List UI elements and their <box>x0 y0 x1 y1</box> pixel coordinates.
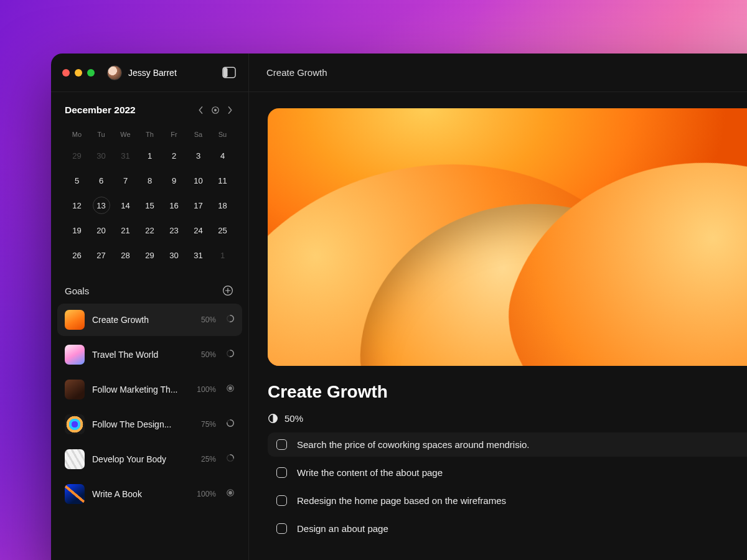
calendar-day[interactable]: 1 <box>210 243 235 268</box>
step-checkbox[interactable] <box>276 467 287 478</box>
calendar-day[interactable]: 30 <box>89 143 113 168</box>
calendar-row: 2930311234 <box>65 143 235 168</box>
goal-label: Write A Book <box>92 489 189 499</box>
calendar-day[interactable]: 29 <box>65 143 89 168</box>
goal-progress-ring-icon <box>226 488 235 500</box>
calendar-day[interactable]: 19 <box>65 218 89 243</box>
goal-thumbnail <box>65 484 85 504</box>
goal-list: Create Growth50%Travel The World50%Follo… <box>51 299 248 516</box>
svg-point-16 <box>228 491 232 495</box>
calendar-day[interactable]: 1 <box>138 143 162 168</box>
goal-progress-ring-icon <box>226 384 235 395</box>
calendar-day[interactable]: 23 <box>162 218 186 243</box>
calendar-day[interactable]: 4 <box>210 143 235 168</box>
calendar-weekday: Su <box>210 127 235 143</box>
app-window: Jessy Barret December 2022 MoTuWeThFr <box>51 54 747 560</box>
window-controls <box>62 69 95 77</box>
step-item[interactable]: Write the content of the about page <box>268 460 747 485</box>
step-item[interactable]: Design an about page <box>268 516 747 541</box>
goal-label: Create Growth <box>92 315 194 325</box>
calendar: MoTuWeThFrSaSu 2930311234567891011121314… <box>51 119 248 279</box>
calendar-day[interactable]: 15 <box>138 193 162 218</box>
sidebar-goal-item[interactable]: Develop Your Body25% <box>57 443 242 475</box>
calendar-day[interactable]: 30 <box>162 243 186 268</box>
desktop-wallpaper: Jessy Barret December 2022 MoTuWeThFr <box>0 0 747 560</box>
goals-header: Goals <box>51 279 248 299</box>
calendar-header: December 2022 <box>51 92 248 119</box>
calendar-day[interactable]: 29 <box>138 243 162 268</box>
step-item[interactable]: Search the price of coworking spaces aro… <box>268 432 747 457</box>
calendar-day[interactable]: 31 <box>186 243 210 268</box>
step-text: Write the content of the about page <box>297 467 443 478</box>
calendar-day[interactable]: 28 <box>113 243 138 268</box>
calendar-day[interactable]: 6 <box>89 168 113 193</box>
step-checkbox[interactable] <box>276 495 287 506</box>
calendar-weekday: Tu <box>89 127 113 143</box>
step-checkbox[interactable] <box>276 439 287 450</box>
toggle-sidebar-button[interactable] <box>221 66 237 80</box>
goal-thumbnail <box>65 345 85 365</box>
goal-label: Develop Your Body <box>92 454 194 464</box>
calendar-day[interactable]: 11 <box>210 168 235 193</box>
sidebar-header: Jessy Barret <box>51 54 248 92</box>
sidebar-goal-item[interactable]: Follow The Design...75% <box>57 408 242 441</box>
user-avatar[interactable] <box>107 65 122 80</box>
step-text: Redesign the home page based on the wire… <box>297 495 506 506</box>
calendar-day[interactable]: 25 <box>210 218 235 243</box>
step-text: Search the price of coworking spaces aro… <box>297 439 530 450</box>
close-window-button[interactable] <box>62 69 70 77</box>
sidebar-goal-item[interactable]: Write A Book100% <box>57 478 242 510</box>
minimize-window-button[interactable] <box>75 69 82 77</box>
calendar-day[interactable]: 16 <box>162 193 186 218</box>
goal-progress-ring-icon <box>226 349 235 360</box>
calendar-day[interactable]: 2 <box>162 143 186 168</box>
step-list: Search the price of coworking spaces aro… <box>268 432 747 541</box>
calendar-day[interactable]: 20 <box>89 218 113 243</box>
calendar-day[interactable]: 9 <box>162 168 186 193</box>
calendar-day[interactable]: 21 <box>113 218 138 243</box>
goal-percent: 50% <box>201 315 216 324</box>
calendar-day[interactable]: 12 <box>65 193 89 218</box>
goal-thumbnail <box>65 380 85 399</box>
maximize-window-button[interactable] <box>87 69 95 77</box>
calendar-day[interactable]: 10 <box>186 168 210 193</box>
goal-progress-label: 50% <box>284 413 303 424</box>
chevron-right-icon[interactable] <box>226 106 235 114</box>
svg-rect-1 <box>223 68 228 77</box>
goal-progress-row: 50% 5 Step <box>268 413 747 424</box>
calendar-row: 2627282930311 <box>65 243 235 268</box>
calendar-day[interactable]: 18 <box>210 193 235 218</box>
calendar-day[interactable]: 8 <box>138 168 162 193</box>
calendar-row: 12131415161718 <box>65 193 235 218</box>
chevron-left-icon[interactable] <box>196 106 205 114</box>
sidebar-goal-item[interactable]: Travel The World50% <box>57 338 242 371</box>
calendar-day[interactable]: 22 <box>138 218 162 243</box>
calendar-day[interactable]: 27 <box>89 243 113 268</box>
calendar-day[interactable]: 5 <box>65 168 89 193</box>
calendar-day[interactable]: 13 <box>89 193 113 218</box>
step-checkbox[interactable] <box>276 523 287 534</box>
step-item[interactable]: Redesign the home page based on the wire… <box>268 488 747 513</box>
calendar-day[interactable]: 17 <box>186 193 210 218</box>
calendar-weekday: We <box>113 127 138 143</box>
goal-label: Follow The Design... <box>92 419 194 429</box>
calendar-day[interactable]: 26 <box>65 243 89 268</box>
calendar-day[interactable]: 7 <box>113 168 138 193</box>
calendar-row: 567891011 <box>65 168 235 193</box>
goal-cover-image <box>268 108 747 366</box>
calendar-weekday: Th <box>138 127 162 143</box>
add-goal-button[interactable] <box>221 284 235 297</box>
user-name[interactable]: Jessy Barret <box>128 68 215 78</box>
sidebar-goal-item[interactable]: Create Growth50% <box>57 304 242 336</box>
goal-progress-ring-icon <box>226 419 235 430</box>
goal-thumbnail <box>65 310 85 330</box>
calendar-today-button[interactable] <box>211 106 220 114</box>
sidebar-goal-item[interactable]: Follow Marketing Th...100% <box>57 373 242 406</box>
calendar-day[interactable]: 24 <box>186 218 210 243</box>
calendar-day[interactable]: 14 <box>113 193 138 218</box>
calendar-day[interactable]: 31 <box>113 143 138 168</box>
calendar-day[interactable]: 3 <box>186 143 210 168</box>
calendar-weekday-row: MoTuWeThFrSaSu <box>65 127 235 143</box>
goals-heading: Goals <box>65 286 89 296</box>
goal-progress-ring-icon <box>226 314 235 325</box>
